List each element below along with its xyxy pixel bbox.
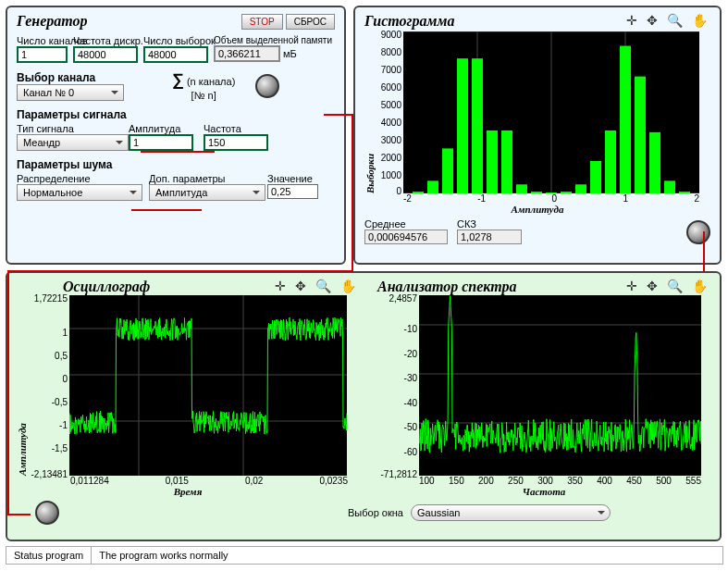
num-channels-label: Число каналов [17, 35, 68, 46]
chart-tools-icons[interactable]: ✛ ✥ 🔍 ✋ [626, 13, 710, 30]
num-channels-input[interactable] [17, 46, 68, 63]
lower-panel: Осциллограф ✛ ✥ 🔍 ✋ Амплитуда 1,722151 0… [6, 271, 722, 541]
oscilloscope-chart [69, 295, 347, 476]
histogram-xlabel: Амплитуда [364, 204, 710, 215]
svg-rect-19 [620, 46, 631, 193]
spectrum-chart [419, 295, 701, 476]
extra-params-select[interactable]: Амплитуда [149, 184, 265, 201]
noise-value-input[interactable] [267, 184, 318, 199]
distribution-select[interactable]: Нормальное [17, 184, 142, 201]
svg-rect-15 [561, 192, 572, 193]
mem-label: Объем выделенной памяти [214, 35, 335, 45]
freq-input[interactable] [204, 134, 268, 151]
svg-rect-7 [442, 148, 453, 193]
svg-rect-23 [679, 192, 690, 193]
svg-rect-12 [516, 184, 527, 193]
svg-rect-16 [575, 184, 586, 193]
signal-type-select[interactable]: Меандр [17, 134, 129, 151]
mem-value [214, 45, 280, 62]
osc-tools-icons[interactable]: ✛ ✥ 🔍 ✋ [275, 279, 359, 295]
distribution-label: Распределение [17, 173, 142, 184]
svg-rect-9 [472, 58, 483, 193]
signal-params-label: Параметры сигнала [17, 108, 335, 121]
svg-rect-21 [649, 132, 660, 193]
svg-rect-18 [605, 130, 616, 193]
signal-type-label: Тип сигнала [17, 123, 123, 134]
svg-rect-6 [427, 180, 438, 193]
histogram-title: Гистограмма [364, 13, 454, 30]
generator-panel: Генератор STOP СБРОС Число каналов Часто… [6, 6, 346, 265]
svg-rect-14 [546, 192, 557, 193]
histogram-knob[interactable] [686, 220, 710, 244]
noise-params-label: Параметры шума [17, 158, 335, 171]
channel-select[interactable]: Канал № 0 [17, 84, 124, 101]
channel-select-label: Выбор канала [17, 71, 124, 84]
generator-title: Генератор [17, 13, 88, 30]
osc-xlabel: Время [17, 486, 359, 497]
osc-ylabel: Амплитуда [17, 295, 28, 476]
window-label: Выбор окна [348, 507, 403, 518]
generator-knob[interactable] [255, 74, 279, 98]
reset-button[interactable]: СБРОС [286, 14, 335, 30]
svg-rect-5 [413, 192, 424, 193]
svg-rect-20 [635, 77, 646, 193]
mean-value [364, 230, 448, 244]
histogram-ylabel: Выборки [364, 31, 376, 193]
svg-rect-22 [664, 180, 675, 193]
status-label: Status program [6, 547, 92, 564]
noise-value-label: Значение [267, 173, 323, 184]
lower-knob[interactable] [35, 501, 59, 525]
spectrum-tools-icons[interactable]: ✛ ✥ 🔍 ✋ [626, 279, 710, 295]
status-text: The program works normally [92, 547, 235, 564]
svg-rect-8 [457, 58, 468, 193]
status-bar: Status program The program works normall… [6, 546, 723, 565]
num-samples-label: Число выборок [143, 35, 208, 46]
stop-button[interactable]: STOP [241, 14, 283, 30]
amplitude-input[interactable] [129, 134, 193, 151]
window-select[interactable]: Gaussian [411, 504, 611, 521]
histogram-panel: Гистограмма ✛ ✥ 🔍 ✋ Выборки 90008000 700… [353, 6, 722, 265]
sample-rate-input[interactable] [73, 46, 138, 63]
num-samples-input[interactable] [143, 46, 208, 63]
sample-rate-label: Частота дискр. [73, 35, 138, 46]
mean-label: Среднее [364, 218, 448, 230]
freq-label: Частота [204, 123, 273, 134]
oscilloscope-title: Осциллограф [63, 279, 150, 295]
svg-rect-13 [531, 192, 542, 193]
sigma-icon: ∑ [172, 70, 184, 89]
svg-rect-11 [501, 130, 512, 193]
rms-value [457, 230, 522, 244]
spectrum-xlabel: Частота [377, 486, 710, 497]
rms-label: СКЗ [457, 218, 522, 230]
extra-params-label: Доп. параметры [149, 173, 260, 184]
svg-rect-17 [590, 161, 601, 193]
amplitude-label: Амплитуда [129, 123, 198, 134]
histogram-chart [403, 31, 699, 193]
mem-unit: мБ [283, 48, 297, 59]
svg-rect-10 [487, 130, 498, 193]
